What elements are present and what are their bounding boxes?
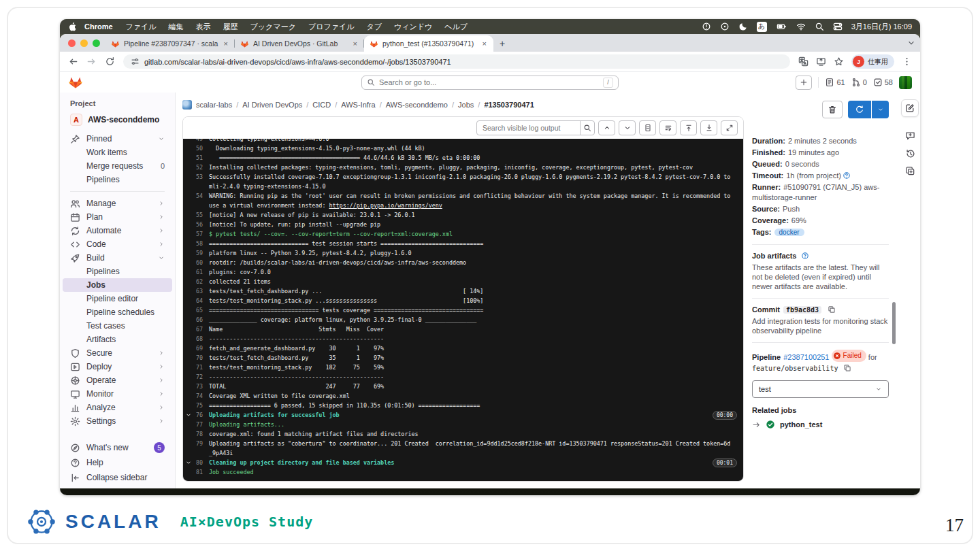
menubar-item[interactable]: 表示: [190, 22, 217, 32]
new-tab-button[interactable]: +: [493, 38, 511, 52]
status-app-icon[interactable]: [702, 22, 711, 31]
menubar-item[interactable]: プロファイル: [302, 22, 361, 32]
sidebar-footer-item[interactable]: Collapse sidebar: [63, 471, 172, 484]
section-chevron-icon[interactable]: [185, 459, 192, 466]
retry-dropdown-button[interactable]: [872, 101, 889, 118]
sidebar-project-item[interactable]: A AWS-seconddemo: [63, 112, 172, 128]
control-center-icon[interactable]: [833, 22, 843, 31]
menubar-item[interactable]: ファイル: [120, 22, 163, 32]
sidebar-item[interactable]: Monitor: [63, 387, 172, 401]
todos-counter[interactable]: 58: [873, 78, 893, 87]
copy-add-icon[interactable]: [905, 166, 915, 176]
merge-requests-counter[interactable]: 0: [851, 78, 867, 87]
sidebar-item[interactable]: Pipelines: [63, 173, 172, 186]
breadcrumb-link[interactable]: AWS-seconddemo: [386, 101, 448, 109]
scroll-top-button[interactable]: [680, 120, 697, 135]
log-line-number[interactable]: 74: [183, 391, 209, 401]
bookmark-star-icon[interactable]: [834, 56, 844, 67]
raw-log-button[interactable]: [639, 120, 656, 135]
close-window-button[interactable]: [68, 39, 76, 47]
log-search-input[interactable]: [477, 124, 580, 132]
sidebar-item[interactable]: Pipelines: [63, 265, 172, 278]
log-line-number[interactable]: 59: [183, 248, 209, 258]
help-icon[interactable]: [843, 171, 851, 180]
sidebar-item[interactable]: Test cases: [63, 319, 172, 333]
browser-tab[interactable]: Pipeline #2387097347 · scala ×: [105, 35, 235, 52]
sidebar-item[interactable]: Automate: [63, 224, 172, 237]
stage-select[interactable]: test: [752, 380, 889, 398]
record-dot-icon[interactable]: [720, 22, 730, 31]
profile-chip[interactable]: J 仕事用: [851, 54, 894, 69]
save-share-icon[interactable]: [816, 56, 826, 67]
tab-search-icon[interactable]: [906, 38, 916, 48]
menubar-item[interactable]: ブックマーク: [244, 22, 302, 32]
job-log-terminal[interactable]: 49 Collecting typing-extensions>=4.6.0: [183, 139, 743, 481]
kebab-menu-icon[interactable]: [902, 56, 912, 67]
breadcrumb-link[interactable]: CICD: [312, 101, 331, 109]
sidebar-item[interactable]: Manage: [63, 197, 172, 210]
wifi-icon[interactable]: [796, 22, 806, 31]
next-match-button[interactable]: [619, 120, 636, 135]
retry-job-button[interactable]: [848, 101, 871, 118]
sidebar-item[interactable]: Pinned: [63, 132, 172, 146]
commit-sha-chip[interactable]: fb9ac8d3: [783, 306, 821, 314]
sidebar-item[interactable]: Pipeline schedules: [63, 305, 172, 319]
sidebar-item[interactable]: Plan: [63, 210, 172, 224]
log-line-number[interactable]: 66: [183, 315, 209, 324]
erase-log-button[interactable]: [822, 101, 843, 118]
browser-tab[interactable]: AI Driven DevOps · GitLab ×: [235, 35, 364, 52]
log-line-number[interactable]: 50: [183, 144, 209, 153]
comment-add-icon[interactable]: [905, 131, 915, 141]
breadcrumb-link[interactable]: AI Driven DevOps: [242, 101, 302, 109]
site-settings-icon[interactable]: [131, 57, 140, 66]
menubar-clock[interactable]: 3月16日(月) 16:09: [851, 22, 912, 32]
log-search[interactable]: [476, 120, 595, 135]
log-line-number[interactable]: 67: [183, 324, 209, 334]
log-line-number[interactable]: 69: [183, 344, 209, 353]
log-line-number[interactable]: 73: [183, 382, 209, 391]
issues-counter[interactable]: 61: [825, 78, 845, 87]
menubar-app-name[interactable]: Chrome: [78, 22, 120, 31]
log-line-number[interactable]: 78: [183, 429, 209, 439]
menubar-item[interactable]: 履歴: [217, 22, 244, 32]
sidebar-item[interactable]: Pipeline editor: [63, 292, 172, 305]
log-line-number[interactable]: 58: [183, 239, 209, 248]
log-search-button[interactable]: [580, 121, 594, 135]
log-line-number[interactable]: 64: [183, 296, 209, 305]
sidebar-item[interactable]: Secure: [63, 346, 172, 360]
tab-close-icon[interactable]: ×: [481, 39, 488, 48]
sidebar-item[interactable]: Code: [63, 237, 172, 251]
menubar-item[interactable]: タブ: [360, 22, 388, 32]
breadcrumb-link[interactable]: Jobs: [458, 101, 474, 109]
log-line-number[interactable]: 77: [183, 420, 209, 429]
moon-icon[interactable]: [738, 22, 748, 31]
sidebar-item[interactable]: Deploy: [63, 360, 172, 373]
minimize-window-button[interactable]: [80, 39, 88, 47]
menubar-item[interactable]: ウィンドウ: [388, 22, 438, 32]
sidebar-item[interactable]: Artifacts: [63, 333, 172, 346]
log-line-number[interactable]: 65: [183, 305, 209, 315]
log-line-number[interactable]: 54: [183, 191, 209, 201]
tab-close-icon[interactable]: ×: [223, 39, 229, 48]
log-line-number[interactable]: 56: [183, 220, 209, 229]
create-new-button[interactable]: [796, 76, 812, 90]
reload-icon[interactable]: [105, 56, 115, 67]
log-line-number[interactable]: 71: [183, 363, 209, 372]
sidebar-item[interactable]: Analyze: [63, 401, 172, 414]
log-line-number[interactable]: 75: [183, 401, 209, 410]
log-line-number[interactable]: 52: [183, 163, 209, 172]
translate-icon[interactable]: [798, 56, 808, 67]
sidebar-footer-item[interactable]: Help: [63, 456, 172, 469]
log-line-number[interactable]: 81: [183, 467, 209, 477]
fullscreen-button[interactable]: [721, 120, 738, 135]
related-job-row[interactable]: python_test: [752, 420, 889, 429]
log-line-number[interactable]: 61: [183, 267, 209, 277]
sidebar-item[interactable]: Merge requests 0: [63, 159, 172, 173]
user-avatar[interactable]: [899, 76, 912, 89]
log-line-number[interactable]: 70: [183, 353, 209, 363]
log-line-number[interactable]: 60: [183, 258, 209, 267]
tab-close-icon[interactable]: ×: [352, 39, 359, 48]
log-line-number[interactable]: 49: [183, 139, 209, 144]
ime-indicator[interactable]: あ: [757, 22, 767, 32]
log-line-number[interactable]: 68: [183, 334, 209, 344]
